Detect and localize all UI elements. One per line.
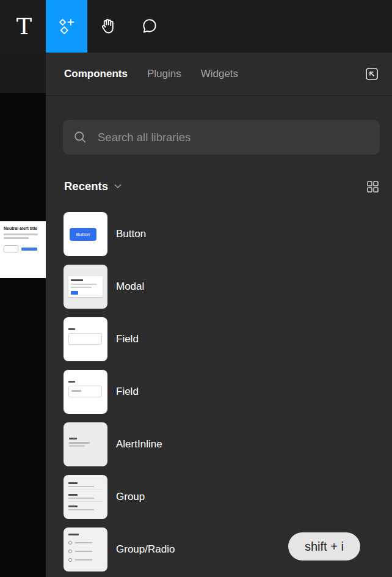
text-tool-button[interactable]: T	[2, 0, 46, 53]
component-thumbnail	[64, 475, 107, 519]
panel-tabs: Components Plugins Widgets	[64, 68, 238, 80]
comment-tool-button[interactable]	[129, 0, 170, 53]
canvas-card-text-line	[4, 233, 38, 235]
canvas-area: Neutral alert title	[0, 53, 46, 577]
list-item-field[interactable]: Field	[64, 317, 392, 361]
canvas-card-text-line	[4, 237, 29, 239]
list-item-field[interactable]: Field	[64, 370, 392, 414]
list-item-modal[interactable]: Modal	[64, 265, 392, 309]
tab-widgets[interactable]: Widgets	[201, 68, 238, 80]
component-label: Button	[116, 228, 146, 240]
component-label: Field	[116, 333, 139, 345]
search-icon	[73, 130, 88, 145]
open-panel-button[interactable]	[364, 66, 380, 82]
panel-header: Components Plugins Widgets	[46, 53, 392, 96]
text-tool-icon: T	[16, 15, 32, 38]
canvas-alert-card[interactable]: Neutral alert title	[0, 221, 46, 278]
component-label: Group	[116, 491, 145, 503]
recents-header: Recents	[64, 177, 380, 196]
shortcut-hint: shift + i	[288, 532, 360, 560]
component-label: Modal	[116, 281, 144, 293]
thumbnail-radio-preview	[68, 534, 79, 535]
list-item-alertinline[interactable]: AlertInline	[64, 422, 392, 466]
assets-tool-button[interactable]	[46, 0, 87, 53]
canvas-card-actions	[4, 245, 43, 252]
app-window: T	[0, 0, 392, 577]
chevron-down-icon	[114, 183, 122, 189]
thumbnail-field-preview	[68, 328, 75, 330]
search-input[interactable]	[96, 130, 370, 145]
component-thumbnail	[64, 370, 107, 414]
component-thumbnail: Button	[64, 212, 107, 256]
tab-plugins[interactable]: Plugins	[147, 68, 181, 80]
thumbnail-button-preview: Button	[70, 228, 96, 241]
recents-dropdown[interactable]: Recents	[64, 180, 122, 193]
component-thumbnail	[64, 527, 107, 571]
tab-components[interactable]: Components	[64, 68, 128, 80]
canvas-card-link	[21, 248, 37, 251]
main-toolbar: T	[0, 0, 392, 53]
component-thumbnail	[64, 317, 107, 361]
component-thumbnail	[64, 422, 107, 466]
grid-view-button[interactable]	[366, 180, 380, 194]
list-item-group[interactable]: Group	[64, 475, 392, 519]
component-label: AlertInline	[116, 438, 162, 450]
assets-panel: Components Plugins Widgets	[46, 53, 392, 577]
comment-icon	[140, 17, 159, 35]
canvas-page-background	[0, 93, 46, 577]
hand-icon	[99, 17, 117, 35]
thumbnail-alert-preview	[69, 438, 77, 439]
recents-label: Recents	[64, 180, 108, 193]
grid-view-icon	[366, 180, 380, 194]
thumbnail-modal-preview	[68, 276, 103, 297]
thumbnail-group-preview	[68, 482, 103, 490]
open-in-window-icon	[364, 66, 380, 82]
canvas-card-title: Neutral alert title	[4, 226, 43, 230]
component-thumbnail	[64, 265, 107, 309]
canvas-card-button	[4, 245, 18, 252]
search-bar	[63, 120, 380, 155]
component-label: Field	[116, 386, 139, 398]
assets-icon	[57, 17, 76, 36]
list-item-button[interactable]: Button Button	[64, 212, 392, 256]
components-list: Button Button Modal Field	[64, 212, 392, 577]
hand-tool-button[interactable]	[87, 0, 129, 53]
thumbnail-field-preview	[68, 381, 75, 383]
component-label: Group/Radio	[116, 543, 175, 556]
